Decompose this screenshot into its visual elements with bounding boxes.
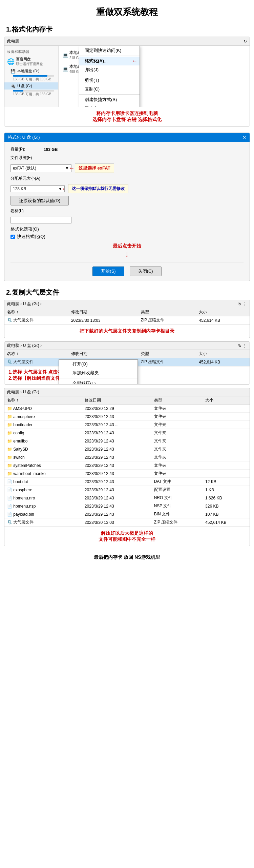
folder-file-icon: 📄 [7,504,12,509]
filesystem-select[interactable]: exFAT (默认) ▼ [10,164,71,172]
ctx-copy[interactable]: 复制(C) [79,85,140,94]
baidu-sub: 双击运行百度网盘 [16,62,43,66]
folder-col-type[interactable]: 类型 [151,396,203,405]
folder-date-cell: 2023/3/29 12:43 [82,429,151,437]
alloc-section: 分配单元大小(A) 128 KB ▼ ← 这一项保持默认就行无需修改 [10,176,244,193]
folder-type-cell: 文件夹 [151,445,203,453]
folder-name-cell: 📄 boot.dat [4,478,82,486]
filesystem-row: 文件系统(F) [10,155,244,161]
col2-date[interactable]: 修改日期 [68,350,138,358]
folder-col-date[interactable]: 修改日期 [82,396,151,405]
quick-format-checkbox[interactable] [10,235,15,239]
folder-type-cell: DAT 文件 [151,478,203,486]
list-item[interactable]: 🗜️ 大气层文件 2023/3/30 13:03 ZIP 压缩文件 452,61… [4,518,250,527]
sidebar-item-baidu[interactable]: 🌐 百度网盘 双击运行百度网盘 [4,56,58,67]
explorer2-header: 此电脑 › U 盘 (G:) › ↻ ⋮ [4,300,250,308]
list-item[interactable]: 📁 SaltySD 2023/3/29 12:43 文件夹 [4,445,250,453]
ctx-format[interactable]: 格式化(A)... ← [79,57,140,65]
col-size[interactable]: 大小 [196,308,250,316]
folder-path: 此电脑 › U 盘 (G:) [7,389,39,395]
list-item[interactable]: 📁 systemPatches 2023/3/29 12:43 文件夹 [4,461,250,470]
list-item[interactable]: 📄 boot.dat 2023/3/29 12:43 DAT 文件 12 KB [4,478,250,486]
restore-defaults-button[interactable]: 还原设备的默认值(D) [10,196,69,205]
format-options-label: 格式化选项(O) [10,226,244,232]
list-item[interactable]: 📁 warmboot_mariko 2023/3/29 12:43 文件夹 [4,470,250,478]
explorer3-path: 此电脑 › U 盘 (G:) › [7,343,42,349]
disk-d-bar [13,75,54,77]
folder-date-cell: 2023/3/29 12:43 [82,502,151,510]
file-table1: 名称 ↑ 修改日期 类型 大小 🗜️ 大气层文件 2023/3/30 13:03… [4,308,250,324]
list-item[interactable]: 📁 atmosphere 2023/3/29 12:43 文件夹 [4,413,250,421]
folder-size-cell [203,405,250,413]
restore-row: 还原设备的默认值(D) [10,196,244,205]
folder-size-cell: 326 KB [203,502,250,510]
sidebar-item-usb-g[interactable]: 🔌 U 盘 (G:) [4,82,58,90]
explorer3-refresh-icon[interactable]: ↻ [238,343,241,348]
context-menu2: 打开(O) 添加到收藏夹 全部解压(T)... 🔵 解压到当前文件夹(E) ← … [59,359,138,384]
folder-date-cell: 2023/3/29 12:43 [82,445,151,453]
folder-file-icon: 📁 [7,414,12,419]
ctx2-fav[interactable]: 添加到收藏夹 [59,369,137,377]
alloc-label-row: 分配单元大小(A) [10,176,244,181]
filesystem-section: 文件系统(F) exFAT (默认) ▼ 这里选择 exFAT ← [10,155,244,173]
drive-c-icon: 💻 [63,53,68,58]
folder-type-cell: 文件夹 [151,470,203,478]
col-type[interactable]: 类型 [138,308,196,316]
start-arrow-icon: ↓ [10,249,244,259]
vol-input[interactable] [10,217,71,223]
list-item[interactable]: 📄 hbmenu.nro 2023/3/29 12:43 NRO 文件 1,62… [4,494,250,502]
folder-file-icon: 📄 [7,512,12,517]
list-item[interactable]: 📁 AMS-UPD 2023/3/30 12:29 文件夹 [4,405,250,413]
col2-name[interactable]: 名称 ↑ [4,350,68,358]
folder-date-cell: 2023/3/29 12:43 [82,494,151,502]
alloc-select[interactable]: 128 KB ▼ [10,185,65,192]
list-item[interactable]: 📁 config 2023/3/29 12:43 文件夹 [4,429,250,437]
sidebar-item-disk-d[interactable]: 💾 本地磁盘 (D:) [4,67,58,75]
folder-name-cell: 📄 hbmenu.nro [4,494,82,502]
file-size-cell: 452,614 KB [196,316,250,324]
usb-g-bar [13,90,54,92]
explorer2-refresh-icon[interactable]: ↻ [238,302,241,307]
explorer-refresh-icon[interactable]: ↻ [244,39,247,44]
folder-file-icon: 📄 [7,496,12,500]
list-item[interactable]: 📁 bootloader 2023/3/29 12:43 ... 文件夹 [4,421,250,429]
ctx-eject[interactable]: 弹出(J) [79,65,140,74]
table-row[interactable]: 🗜️ 大气层文件 2023/3/30 13:03 ZIP 压缩文件 452,61… [4,316,250,324]
explorer3-view-icon[interactable]: ⋮ [243,343,247,348]
folder-date-cell: 2023/3/29 12:43 [82,478,151,486]
list-item[interactable]: 📄 exosphere 2023/3/29 12:43 配置设置 1 KB [4,486,250,494]
start-button[interactable]: 开始(S) [92,267,124,276]
dialog-close-icon[interactable]: ✕ [242,135,246,140]
list-item[interactable]: 📄 hbmenu.nsp 2023/3/29 12:43 NSP 文件 326 … [4,502,250,510]
explorer2-view-icon[interactable]: ⋮ [243,302,247,307]
explorer2-controls: ↻ ⋮ [238,302,247,307]
folder-file-icon: 📄 [7,479,12,484]
col2-type[interactable]: 类型 [138,350,196,358]
ctx-cut[interactable]: 剪切(T) [79,76,140,85]
col2-size[interactable]: 大小 [196,350,250,358]
ctx-shortcut[interactable]: 创建快捷方式(S) [79,95,140,104]
disk-d-sub: 166 GB 可用，共 199 GB [4,77,58,82]
col-name[interactable]: 名称 ↑ [4,308,68,316]
folder-type-cell: NSP 文件 [151,502,203,510]
ctx-pin[interactable]: 固定到快速访问(K) [79,46,140,55]
folder-col-name[interactable]: 名称 ↑ [4,396,82,405]
ctx2-open[interactable]: 打开(O) [59,360,137,369]
folder-type-cell: 文件夹 [151,429,203,437]
list-item[interactable]: 📁 switch 2023/3/29 12:43 文件夹 [4,453,250,461]
list-item[interactable]: 📁 emulibo 2023/3/29 12:43 文件夹 [4,437,250,445]
folder-col-size[interactable]: 大小 [203,396,250,405]
ctx2-extract-all[interactable]: 全部解压(T)... [59,379,137,384]
close-button[interactable]: 关闭(C) [130,267,162,276]
section1-explorer-wrapper: 此电脑 ↻ 设备和驱动器 🌐 百度网盘 双击运行百度网盘 💾 本地磁盘 (D:) [4,37,250,126]
folder-date-cell: 2023/3/29 12:43 [82,486,151,494]
folder-file-icon: 📁 [7,439,12,443]
dialog-titlebar: 格式化 U 盘 (G:) ✕ [4,133,250,142]
file2-type-cell: ZIP 压缩文件 [138,358,196,366]
file-type-cell: ZIP 压缩文件 [138,316,196,324]
list-item[interactable]: 📄 payload.bin 2023/3/29 12:43 BIN 文件 107… [4,510,250,518]
drive-f-icon: 💻 [63,66,68,72]
filesystem-label: 文件系统(F) [10,155,41,161]
ctx-rename[interactable]: 重命名(M) [79,104,140,107]
col-date[interactable]: 修改日期 [68,308,138,316]
